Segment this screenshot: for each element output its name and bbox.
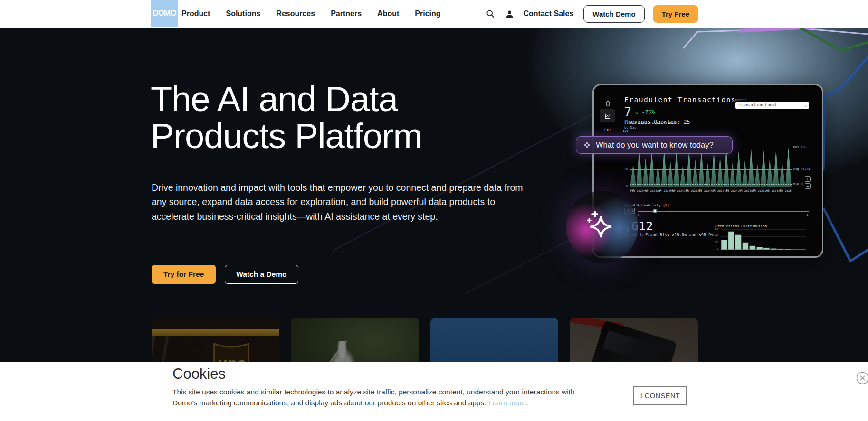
car-windshield: [603, 330, 650, 361]
try-for-free-button[interactable]: Try for Free: [152, 265, 216, 284]
ai-prompt-tooltip[interactable]: What do you want to know today?: [576, 136, 733, 154]
probability-slider-track[interactable]: [638, 211, 809, 212]
search-icon[interactable]: [485, 8, 496, 19]
card-ups-storefront[interactable]: ups: [152, 318, 279, 362]
nav-item-pricing[interactable]: Pricing: [415, 9, 440, 18]
golfer-figure: [325, 341, 359, 362]
trend-chart-title: Fraud Historical Trends: [624, 121, 677, 125]
card-building-sky[interactable]: [430, 318, 558, 362]
dashboard-title: Fraudulent Transactions: [624, 96, 736, 103]
annotation-max: Max 106: [793, 145, 806, 149]
month-label: 115Dec 2024: [764, 188, 778, 199]
annotation-avg: Avg 47.49: [793, 167, 810, 171]
building-shadow-face: [430, 318, 558, 362]
building-corner: [430, 318, 558, 362]
chart-icon[interactable]: [602, 111, 613, 121]
hist-ytick-40: 40: [710, 234, 718, 237]
customer-cards-row: ups: [0, 318, 868, 362]
try-free-button[interactable]: Try Free: [653, 5, 698, 23]
svg-text:ups: ups: [217, 355, 246, 362]
cookie-title: Cookies: [172, 365, 226, 383]
ai-sparkle-icon: [582, 207, 617, 243]
metric-label: Metric: [735, 98, 746, 102]
month-label: 115May 2024: [670, 188, 684, 199]
home-icon[interactable]: [602, 98, 613, 108]
sparkle-icon: [583, 141, 591, 149]
month-label: 115Sep 2024: [724, 188, 737, 199]
y-axis-50: 50: [620, 168, 628, 171]
probability-slider-fill: [638, 211, 655, 212]
month-label: 115Nov 2024: [751, 188, 764, 199]
month-label: 115Apr 2024: [657, 188, 670, 199]
y-axis-150: 150: [620, 129, 628, 133]
watch-a-demo-button[interactable]: Watch a Demo: [225, 265, 298, 284]
top-nav: DOMO Product Solutions Resources Partner…: [0, 0, 868, 28]
hist-ytick-60: 60: [710, 227, 718, 230]
hist-ytick-20: 20: [710, 241, 718, 243]
nav-item-about[interactable]: About: [377, 9, 399, 18]
variables-icon[interactable]: (x): [602, 124, 613, 135]
trend-month-labels: 115Feb 2024115Mar 2024115Apr 2024115May …: [630, 188, 792, 199]
kpi-value: 7: [624, 105, 631, 119]
chart-zoom-out-button[interactable]: −: [805, 183, 811, 189]
predictions-histogram: [721, 229, 806, 250]
probability-slider-handle[interactable]: [653, 209, 657, 213]
car-body: [591, 320, 677, 362]
watch-demo-button[interactable]: Watch Demo: [583, 5, 644, 23]
domo-logo[interactable]: DOMO: [151, 0, 178, 27]
histogram-title: Predictions Distribution: [715, 224, 767, 228]
month-label: 115Jan 2025: [778, 188, 792, 199]
month-label: 115Aug 2024: [711, 188, 724, 199]
hist-ytick-0: 0: [710, 247, 718, 250]
learn-more-link[interactable]: Learn more: [488, 399, 526, 407]
month-label: 115Feb 2024: [630, 188, 643, 199]
nav-actions: Contact Sales Watch Demo Try Free: [485, 0, 698, 28]
slider-min-label: 0: [638, 213, 639, 216]
nav-links: Product Solutions Resources Partners Abo…: [181, 0, 441, 28]
y-axis-0: 0: [620, 184, 628, 188]
hero-description: Drive innovation and impact with tools t…: [152, 180, 527, 224]
min-line: [630, 184, 792, 185]
card-golfer[interactable]: [291, 318, 419, 362]
account-icon[interactable]: [504, 8, 515, 19]
chart-zoom-in-button[interactable]: +: [805, 176, 811, 182]
chevron-down-icon: ⌄: [804, 102, 807, 109]
month-label: 115Oct 2024: [738, 188, 751, 199]
nav-item-product[interactable]: Product: [181, 9, 210, 18]
contact-sales-link[interactable]: Contact Sales: [524, 9, 574, 18]
nav-item-resources[interactable]: Resources: [276, 9, 315, 18]
month-label: 115Jun 2024: [684, 188, 697, 199]
hero-cta-row: Try for Free Watch a Demo: [152, 265, 298, 284]
nav-item-solutions[interactable]: Solutions: [226, 9, 260, 18]
cookie-banner: Cookies This site uses cookies and simil…: [0, 362, 868, 421]
cookie-body: This site uses cookies and similar techn…: [172, 387, 600, 409]
card-car-aerial[interactable]: [570, 318, 698, 362]
ups-storefront-glass: [152, 336, 204, 362]
slider-max-label: 1: [807, 213, 809, 216]
nav-item-partners[interactable]: Partners: [331, 9, 362, 18]
golf-club: [320, 340, 347, 362]
avg-line: [630, 169, 792, 170]
month-label: 115Jul 2024: [697, 188, 711, 199]
ups-gold-stripe: [152, 329, 279, 336]
metric-dropdown[interactable]: Transaction Count⌄: [735, 102, 809, 109]
consent-button[interactable]: I CONSENT: [633, 386, 687, 405]
red-curb-stripe: [570, 318, 623, 330]
hero-section: The AI and Data Products Platform Drive …: [0, 28, 868, 362]
hero-title: The AI and Data Products Platform: [151, 81, 422, 155]
annotation-min: Min 0: [793, 182, 803, 186]
ups-shield-logo: ups: [211, 338, 252, 362]
kpi-delta: ↘ -72%: [635, 109, 655, 116]
ai-assistant-orb[interactable]: [566, 191, 638, 263]
month-label: 115Mar 2024: [643, 188, 657, 199]
cookie-close-icon[interactable]: [856, 372, 868, 384]
